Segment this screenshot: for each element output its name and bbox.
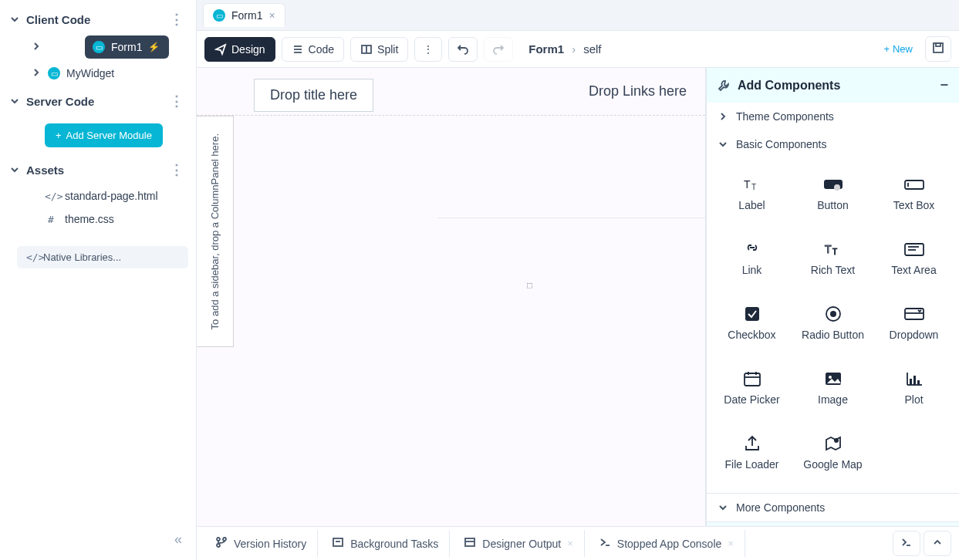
sidebar-item-mywidget[interactable]: ▭ MyWidget bbox=[43, 62, 123, 85]
assets-menu-icon[interactable]: ⋮ bbox=[167, 161, 187, 178]
split-mode-button[interactable]: Split bbox=[350, 37, 408, 62]
canvas-divider bbox=[437, 218, 705, 218]
svg-rect-18 bbox=[745, 307, 759, 321]
breadcrumb-root[interactable]: Form1 bbox=[528, 42, 564, 56]
server-code-section[interactable]: Server Code ⋮ bbox=[0, 86, 196, 116]
breadcrumb-leaf[interactable]: self bbox=[583, 42, 601, 56]
client-code-section[interactable]: Client Code ⋮ bbox=[0, 5, 196, 34]
code-label: Code bbox=[309, 43, 334, 56]
more-options-button[interactable]: ⋮ bbox=[414, 37, 442, 62]
component-richtext[interactable]: TTRich Text bbox=[792, 228, 873, 289]
svg-text:T: T bbox=[751, 183, 756, 191]
component-label-text: Radio Button bbox=[802, 329, 864, 341]
add-server-module-button[interactable]: + Add Server Module bbox=[45, 123, 163, 147]
svg-rect-32 bbox=[913, 376, 916, 385]
split-icon bbox=[360, 43, 373, 56]
css-icon: # bbox=[45, 214, 57, 225]
new-button[interactable]: + New bbox=[883, 43, 913, 55]
svg-text:T: T bbox=[744, 178, 751, 191]
code-mode-button[interactable]: Code bbox=[282, 37, 344, 62]
component-datepicker[interactable]: Date Picker bbox=[711, 357, 792, 419]
tab-form1[interactable]: ▭ Form1 × bbox=[203, 3, 285, 27]
sidebar-item-form1[interactable]: ▭ Form1 ⚡ bbox=[85, 35, 169, 59]
designer-output-tab[interactable]: Designer Output × bbox=[453, 530, 585, 557]
lightning-icon: ⚡ bbox=[148, 42, 160, 52]
version-history-label: Version History bbox=[234, 538, 306, 550]
breadcrumb: Form1 › self bbox=[528, 42, 601, 56]
add-components-header[interactable]: Add Components − bbox=[707, 68, 959, 103]
close-icon[interactable]: × bbox=[567, 538, 573, 549]
component-checkbox[interactable]: Checkbox bbox=[711, 292, 792, 354]
form-icon: ▭ bbox=[48, 67, 60, 79]
component-plot[interactable]: Plot bbox=[873, 357, 954, 419]
component-textbox[interactable]: Text Box bbox=[873, 163, 954, 224]
chevron-right-icon[interactable] bbox=[31, 41, 42, 54]
component-textarea[interactable]: Text Area bbox=[873, 228, 954, 289]
design-canvas[interactable]: Drop title here Drop Links here To add a… bbox=[197, 68, 706, 560]
chevron-up-icon bbox=[931, 536, 944, 548]
expand-panel-button[interactable] bbox=[924, 531, 951, 556]
component-label[interactable]: TTLabel bbox=[711, 163, 792, 224]
theme-components-section[interactable]: Theme Components bbox=[707, 103, 959, 130]
links-placeholder: Drop Links here bbox=[589, 83, 687, 99]
svg-rect-45 bbox=[465, 538, 474, 546]
version-history-tab[interactable]: Version History bbox=[204, 530, 318, 557]
svg-point-28 bbox=[829, 376, 832, 379]
chevron-right-icon[interactable] bbox=[31, 67, 42, 80]
more-components-section[interactable]: More Components bbox=[707, 493, 959, 521]
basic-components-section[interactable]: Basic Components bbox=[707, 130, 959, 158]
main-area: ▭ Form1 × Design Code Split ⋮ bbox=[197, 0, 959, 560]
save-icon bbox=[932, 42, 944, 54]
save-button[interactable] bbox=[925, 36, 951, 62]
background-tasks-tab[interactable]: Background Tasks bbox=[321, 530, 450, 557]
close-icon[interactable]: × bbox=[728, 538, 734, 549]
form-icon: ▭ bbox=[93, 41, 105, 53]
collapse-sidebar-button[interactable]: « bbox=[171, 528, 196, 551]
add-components-label: Add Components bbox=[738, 79, 840, 93]
component-link[interactable]: Link bbox=[711, 228, 792, 289]
sidebar-item-label: Form1 bbox=[111, 41, 142, 53]
assets-title: Assets bbox=[26, 164, 64, 177]
component-label-text: Label bbox=[738, 199, 765, 211]
component-label-text: Rich Text bbox=[811, 264, 855, 276]
component-googlemap[interactable]: Google Map bbox=[792, 422, 873, 484]
svg-rect-43 bbox=[333, 538, 343, 546]
component-button[interactable]: Button bbox=[792, 163, 873, 224]
assets-section[interactable]: Assets ⋮ bbox=[0, 155, 196, 184]
minus-icon[interactable]: − bbox=[940, 77, 948, 93]
plus-icon: + bbox=[56, 130, 62, 141]
server-code-menu-icon[interactable]: ⋮ bbox=[167, 93, 187, 110]
component-label-text: Link bbox=[742, 264, 762, 276]
sidebar-dropzone[interactable]: To add a sidebar, drop a ColumnPanel her… bbox=[197, 116, 234, 347]
html-icon: </> bbox=[45, 191, 57, 202]
component-dropdown[interactable]: Dropdown bbox=[873, 292, 954, 354]
native-libraries-button[interactable]: </> Native Libraries... bbox=[17, 246, 188, 268]
design-mode-button[interactable]: Design bbox=[204, 37, 275, 62]
more-components-label: More Components bbox=[736, 501, 825, 514]
add-server-label: Add Server Module bbox=[66, 130, 152, 141]
asset-theme-css[interactable]: # theme.css bbox=[0, 207, 196, 231]
title-dropzone[interactable]: Drop title here bbox=[254, 79, 373, 112]
component-image[interactable]: Image bbox=[792, 357, 873, 419]
wrench-icon bbox=[718, 79, 730, 92]
app-console-tab[interactable]: Stopped App Console × bbox=[588, 530, 745, 557]
list-icon bbox=[292, 43, 304, 56]
component-label-text: Text Area bbox=[891, 264, 936, 276]
asset-standard-page[interactable]: </> standard-page.html bbox=[0, 184, 196, 207]
component-grid: TTLabel Button Text Box Link TTRich Text… bbox=[707, 158, 959, 493]
output-icon bbox=[464, 536, 476, 551]
component-fileloader[interactable]: File Loader bbox=[711, 422, 792, 484]
links-dropzone[interactable]: Drop Links here bbox=[589, 79, 687, 100]
client-code-menu-icon[interactable]: ⋮ bbox=[167, 11, 187, 28]
branch-icon bbox=[215, 536, 228, 551]
undo-button[interactable] bbox=[448, 37, 478, 62]
component-radio[interactable]: Radio Button bbox=[792, 292, 873, 354]
terminal-button[interactable] bbox=[893, 531, 920, 556]
svg-rect-6 bbox=[936, 43, 940, 46]
redo-button[interactable] bbox=[484, 37, 513, 62]
tab-label: Form1 bbox=[231, 9, 262, 22]
console-icon bbox=[599, 536, 611, 551]
svg-rect-23 bbox=[745, 373, 760, 386]
editor-tabbar: ▭ Form1 × bbox=[197, 0, 959, 31]
close-icon[interactable]: × bbox=[268, 9, 275, 22]
